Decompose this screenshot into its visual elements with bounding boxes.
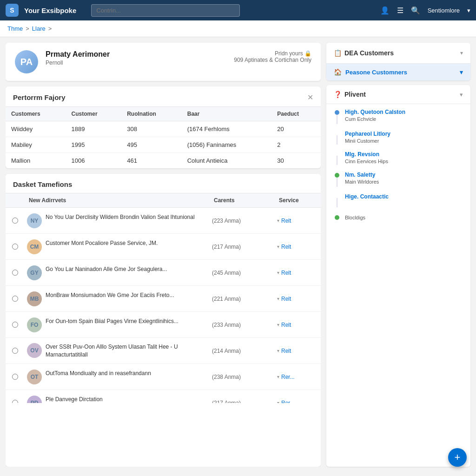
row-service[interactable]: ▾ Relt bbox=[274, 344, 321, 358]
search-icon[interactable]: 🔍 bbox=[411, 6, 420, 15]
list-item[interactable]: OTOutToma Mondiualty and in reasefrandan… bbox=[6, 364, 321, 390]
service-label: Relt bbox=[281, 348, 291, 354]
row-radio[interactable] bbox=[12, 348, 18, 354]
row-service[interactable]: ▾ Rer... bbox=[274, 396, 321, 403]
user-chevron-icon[interactable]: ▾ bbox=[467, 7, 470, 14]
service-label: Relt bbox=[281, 322, 291, 328]
row-service[interactable]: ▾ Relt bbox=[274, 292, 321, 306]
breadcrumb-library[interactable]: Llare bbox=[32, 25, 46, 32]
app-title: Your Exsibpoke bbox=[24, 7, 76, 14]
timeline-dot-blue bbox=[335, 110, 339, 115]
row-contacts: (217 Anma) bbox=[209, 240, 274, 254]
timeline-link[interactable]: Mlg. Revsion bbox=[345, 151, 463, 158]
dea-icon: 📋 bbox=[334, 49, 342, 57]
row-service[interactable]: ▾ Relt bbox=[274, 214, 321, 228]
profile-meta-line1: Pridn yours 🔒 bbox=[234, 50, 311, 57]
timeline-description: Cum Echvicle bbox=[345, 116, 463, 122]
perf-table-title: Pertorrm Fajory bbox=[13, 93, 66, 101]
dea-sub-section[interactable]: 🏠 Peasone Customners ▾ bbox=[326, 64, 470, 80]
timeline-link[interactable]: Pephareol Litlory bbox=[345, 131, 463, 137]
col-contacts: Carents bbox=[209, 193, 274, 207]
row-radio[interactable] bbox=[12, 374, 18, 380]
dashboard-table-header: New Adirrvets Carents Service bbox=[6, 193, 321, 208]
close-button[interactable]: ✕ bbox=[307, 93, 313, 102]
row-radio[interactable] bbox=[12, 322, 18, 328]
row-contacts: (214 Anma) bbox=[209, 344, 274, 358]
avatar: CM bbox=[27, 239, 42, 254]
dea-sub-chevron-icon[interactable]: ▾ bbox=[460, 69, 463, 76]
chevron-down-icon: ▾ bbox=[277, 322, 279, 327]
timeline-card: ❓ Plivent ▾ High. Quetoon CalstonCum Ech… bbox=[326, 85, 470, 467]
timeline-item: Blocldigs bbox=[334, 214, 463, 220]
main-layout: PA Prmaty Aerimoner Pernoll Pridn yours … bbox=[0, 37, 476, 472]
profile-info: Prmaty Aerimoner Pernoll bbox=[46, 50, 226, 66]
timeline-connector bbox=[337, 156, 337, 165]
row-radio[interactable] bbox=[12, 244, 18, 250]
dea-header: 📋 DEA Customers ▾ bbox=[326, 43, 470, 64]
list-item[interactable]: OVOver SS8t Puv-Oon Alllo System Ulasan … bbox=[6, 338, 321, 364]
dea-sub-label: Peasone Customners bbox=[345, 69, 407, 76]
row-name: Go You Lar Naninadon Alle Gme Jor Seagul… bbox=[46, 265, 167, 273]
profile-meta: Pridn yours 🔒 909 Aptinates & Cortichan … bbox=[234, 50, 311, 63]
table-row: Mallion1006461Colunt Antieica30 bbox=[6, 153, 321, 169]
list-item[interactable]: NYNo You Uar Derclisity Wildem Brondin V… bbox=[6, 208, 321, 234]
chevron-down-icon: ▾ bbox=[277, 218, 279, 223]
breadcrumb-home[interactable]: Thme bbox=[7, 25, 23, 32]
service-label: Relt bbox=[281, 296, 291, 302]
row-service[interactable]: ▾ Relt bbox=[274, 240, 321, 254]
row-radio[interactable] bbox=[12, 400, 18, 403]
timeline-item: Hige. Contaactic bbox=[334, 193, 463, 207]
row-name: MonBraw Monsiumadon We Gme Jor Eaciis Fr… bbox=[46, 291, 174, 299]
list-item[interactable]: MBMonBraw Monsiumadon We Gme Jor Eaciis … bbox=[6, 286, 321, 312]
service-label: Rer... bbox=[281, 400, 295, 403]
list-item[interactable]: PDPle Danvege Dirctation(217 Anma)▾ Rer.… bbox=[6, 390, 321, 403]
chevron-down-icon: ▾ bbox=[277, 400, 279, 403]
global-search-input[interactable] bbox=[91, 4, 240, 17]
col-baar: Baar bbox=[182, 107, 272, 121]
user-icon[interactable]: 👤 bbox=[380, 6, 390, 15]
row-radio[interactable] bbox=[12, 218, 18, 224]
menu-icon[interactable]: ☰ bbox=[397, 6, 403, 15]
col-service: Service bbox=[274, 193, 321, 207]
avatar: MB bbox=[27, 291, 42, 306]
timeline-item: Pephareol LitloryMinii Customer bbox=[334, 131, 463, 145]
row-contacts: (217 Anma) bbox=[209, 396, 274, 403]
dea-title: 📋 DEA Customers bbox=[334, 49, 394, 57]
row-service[interactable]: ▾ Relt bbox=[274, 266, 321, 280]
avatar: OV bbox=[27, 343, 42, 358]
list-item[interactable]: FOFor Oun-tom Spain Biial Pages Virne Ex… bbox=[6, 312, 321, 338]
avatar: PA bbox=[15, 50, 38, 73]
timeline-item: Nm. SalettyMain Wirldores bbox=[334, 172, 463, 187]
timeline-item: High. Quetoon CalstonCum Echvicle bbox=[334, 109, 463, 124]
timeline-connector bbox=[337, 178, 337, 187]
dashboard-header: Dasket Tamefions bbox=[6, 174, 321, 193]
fab-button[interactable]: + bbox=[448, 448, 467, 467]
chevron-down-icon: ▾ bbox=[277, 244, 279, 249]
timeline-link[interactable]: Hige. Contaactic bbox=[345, 193, 463, 200]
service-label: Rer... bbox=[281, 374, 295, 380]
col-paeduct: Paeduct bbox=[271, 107, 321, 121]
timeline-dot-green bbox=[335, 173, 339, 178]
row-service[interactable]: ▾ Rer... bbox=[274, 370, 321, 384]
avatar: OT bbox=[27, 370, 42, 384]
dashboard-title: Dasket Tamefions bbox=[13, 180, 72, 188]
breadcrumb: Thme > Llare > bbox=[0, 20, 476, 37]
dashboard-card: Dasket Tamefions New Adirrvets Carents S… bbox=[6, 174, 321, 467]
col-ruolnation: Ruolnation bbox=[121, 107, 182, 121]
timeline-title: ❓ Plivent bbox=[334, 91, 366, 98]
list-item[interactable]: GYGo You Lar Naninadon Alle Gme Jor Seag… bbox=[6, 260, 321, 286]
avatar: NY bbox=[27, 213, 42, 228]
timeline-link[interactable]: Nm. Saletty bbox=[345, 172, 463, 178]
performance-table-card: Pertorrm Fajory ✕ Customers Customer Ruo… bbox=[6, 86, 321, 168]
timeline-chevron-icon[interactable]: ▾ bbox=[460, 91, 463, 98]
dea-chevron-icon[interactable]: ▾ bbox=[460, 50, 463, 56]
row-radio[interactable] bbox=[12, 296, 18, 302]
row-radio[interactable] bbox=[12, 270, 18, 276]
top-navigation: S Your Exsibpoke 👤 ☰ 🔍 Sentiomlore ▾ bbox=[0, 0, 476, 20]
row-name: For Oun-tom Spain Biial Pages Virne Exie… bbox=[46, 317, 178, 325]
list-item[interactable]: CMCustomer Mont Pocaliore Passe Service,… bbox=[6, 234, 321, 260]
row-service[interactable]: ▾ Relt bbox=[274, 318, 321, 332]
timeline-description: Cinn Eervices Hips bbox=[345, 159, 463, 164]
timeline-connector bbox=[337, 135, 337, 145]
timeline-link[interactable]: High. Quetoon Calston bbox=[345, 109, 463, 115]
